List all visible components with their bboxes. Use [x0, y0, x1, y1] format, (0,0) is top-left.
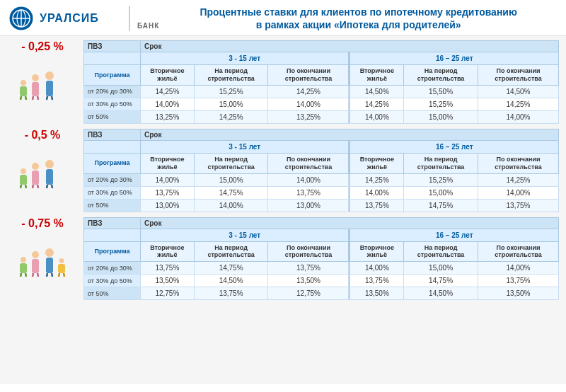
v5-0-2: 15,00%	[404, 110, 478, 123]
svg-line-28	[25, 185, 26, 188]
v3-1-0: 14,00%	[268, 173, 349, 186]
v2-2-1: 14,50%	[194, 275, 268, 287]
discount-label-0: - 0,25 %	[21, 40, 64, 53]
v6-2-1: 13,75%	[478, 275, 558, 287]
v2-0-0: 15,25%	[194, 85, 268, 98]
v4-2-0: 14,00%	[350, 262, 404, 275]
svg-line-44	[64, 273, 64, 277]
v3-2-2: 12,75%	[268, 287, 349, 300]
svg-point-22	[32, 163, 39, 170]
v4-0-2: 14,00%	[350, 110, 404, 123]
data-row-0-0: от 20% до 30%14,25%15,25%14,25%14,50%15,…	[84, 85, 559, 98]
prog-2-1: от 30% до 50%	[84, 275, 141, 287]
v3-1-2: 13,00%	[268, 199, 349, 212]
v2-1-2: 14,00%	[194, 199, 268, 212]
prog-0-0: от 20% до 30%	[84, 85, 141, 98]
col1-header-1: Вторичное жильё	[141, 153, 195, 173]
prog-0-1: от 30% до 50%	[84, 98, 141, 110]
col2-header-0: На период строительства	[194, 65, 268, 86]
col4-header-1: Вторичное жильё	[350, 153, 404, 173]
v2-0-1: 15,00%	[194, 98, 268, 110]
prog-1-1: от 30% до 50%	[84, 186, 141, 199]
svg-point-42	[59, 258, 64, 263]
srok-label-1: Срок	[141, 129, 559, 140]
period2-1: 16 – 25 лет	[350, 140, 559, 153]
v1-0-2: 13,25%	[141, 110, 195, 123]
col1-header-2: Вторичное жильё	[141, 241, 195, 262]
v4-2-1: 13,75%	[350, 275, 404, 287]
svg-line-23	[33, 185, 33, 188]
svg-point-26	[21, 168, 26, 174]
pvz-label-0: ПВЗ	[84, 41, 141, 52]
table-area-1: ПВЗСрок3 - 15 лет16 – 25 летПрограммаВто…	[83, 129, 559, 212]
v5-2-0: 15,00%	[404, 262, 478, 275]
v4-2-2: 13,50%	[350, 287, 404, 300]
v5-0-0: 15,50%	[404, 85, 478, 98]
col3-header-2: По окончании строительства	[268, 241, 349, 262]
col2-header-2: На период строительства	[194, 241, 268, 262]
v1-0-1: 14,00%	[141, 98, 195, 110]
col2-header-1: На период строительства	[194, 153, 268, 173]
svg-point-6	[45, 71, 54, 80]
col1-header-0: Вторичное жильё	[141, 65, 195, 86]
v4-0-1: 14,25%	[350, 98, 404, 110]
v2-1-0: 15,00%	[194, 173, 268, 186]
bank-label: БАНК	[137, 22, 159, 30]
data-row-2-0: от 20% до 30%13,75%14,75%13,75%14,00%15,…	[84, 262, 559, 275]
v5-2-1: 14,75%	[404, 275, 478, 287]
svg-rect-17	[46, 169, 53, 185]
v1-2-1: 13,50%	[141, 275, 195, 287]
v5-0-1: 15,25%	[404, 98, 478, 110]
v5-2-2: 14,50%	[404, 287, 478, 300]
v6-1-2: 13,75%	[478, 199, 558, 212]
col4-header-2: Вторичное жильё	[350, 241, 404, 262]
v2-1-1: 14,75%	[194, 186, 268, 199]
svg-line-43	[59, 273, 59, 277]
svg-line-24	[37, 185, 38, 188]
prog-1-2: от 50%	[84, 199, 141, 212]
section-2: - 0,75 %ПВЗСрок3 - 15 лет16 – 25 летПрог…	[7, 217, 559, 301]
data-row-0-1: от 30% до 50%14,00%15,00%14,00%14,25%15,…	[84, 98, 559, 110]
svg-line-36	[37, 273, 38, 277]
v5-1-1: 15,00%	[404, 186, 478, 199]
data-row-1-2: от 50%13,00%14,00%13,00%13,75%14,75%13,7…	[84, 199, 559, 212]
svg-line-31	[47, 273, 47, 277]
data-row-1-1: от 30% до 50%13,75%14,75%13,75%14,00%15,…	[84, 186, 559, 199]
v3-0-1: 14,00%	[268, 98, 349, 110]
svg-line-8	[52, 96, 52, 100]
col5-header-2: На период строительства	[404, 241, 478, 262]
v3-0-0: 14,25%	[268, 85, 349, 98]
col3-header-0: По окончании строительства	[268, 65, 349, 86]
section-0: - 0,25 %ПВЗСрок3 - 15 лет16 – 25 летПрог…	[7, 40, 559, 124]
v6-1-0: 14,25%	[478, 173, 558, 186]
srok-label-0: Срок	[141, 41, 559, 52]
period1-0: 3 - 15 лет	[141, 52, 349, 65]
srok-label-2: Срок	[141, 217, 559, 229]
svg-rect-37	[20, 263, 27, 273]
svg-line-12	[37, 96, 38, 100]
svg-rect-13	[20, 86, 27, 96]
v4-1-1: 14,00%	[350, 186, 404, 199]
v2-2-0: 14,75%	[194, 262, 268, 275]
svg-line-19	[47, 185, 47, 188]
section-1: - 0,5 %ПВЗСрок3 - 15 лет16 – 25 летПрогр…	[7, 129, 559, 212]
discount-label-2: - 0,75 %	[21, 217, 64, 230]
col5-header-1: На период строительства	[404, 153, 478, 173]
v5-1-0: 15,25%	[404, 173, 478, 186]
prog-header-2: Программа	[84, 241, 141, 262]
family-icon-2	[11, 232, 74, 278]
svg-rect-29	[46, 258, 53, 273]
v6-0-2: 14,00%	[478, 110, 558, 123]
col6-header-1: По окончании строительства	[478, 153, 558, 173]
svg-rect-5	[46, 81, 53, 96]
svg-line-27	[21, 185, 21, 188]
v4-1-0: 14,25%	[350, 173, 404, 186]
svg-point-18	[45, 160, 54, 168]
period1-1: 3 - 15 лет	[141, 140, 349, 153]
discount-label-1: - 0,5 %	[25, 129, 61, 142]
v6-0-0: 14,50%	[478, 85, 558, 98]
v1-2-0: 13,75%	[141, 262, 195, 275]
family-icon-1	[11, 144, 74, 190]
col6-header-2: По окончании строительства	[478, 241, 558, 262]
v3-1-1: 13,75%	[268, 186, 349, 199]
